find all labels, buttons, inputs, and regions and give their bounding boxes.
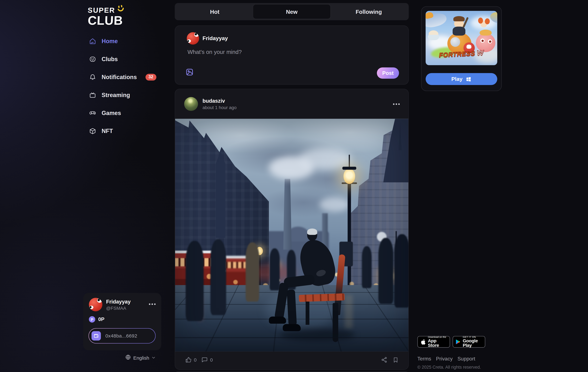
next-post-card-edge (175, 371, 409, 372)
sidebar-nav: Home Clubs Notifications 32 Streaming Ga… (83, 32, 161, 140)
post-author-avatar[interactable] (184, 97, 198, 111)
app-store-badge[interactable]: Download on the App Store (417, 336, 450, 348)
cube-icon (89, 128, 96, 134)
tv-icon (89, 92, 96, 99)
language-selector[interactable]: English (83, 354, 156, 361)
share-icon[interactable] (381, 357, 387, 364)
google-play-badge[interactable]: GET IT ON Google Play (453, 336, 485, 348)
home-icon (89, 38, 96, 45)
sidebar-item-nft[interactable]: NFT (83, 122, 161, 140)
play-label: Play (452, 76, 463, 82)
wallet-address: 0x48ba...6692 (105, 333, 137, 339)
language-label: English (133, 355, 149, 361)
profile-card: Fridayyay @FSMAA P 0P 0x48ba...6692 (83, 293, 161, 350)
bookmark-icon[interactable] (393, 357, 399, 364)
wallet-icon (92, 331, 101, 341)
profile-avatar[interactable] (89, 298, 102, 311)
p-coin-icon: P (89, 316, 95, 323)
sidebar-item-notifications[interactable]: Notifications 32 (83, 68, 161, 86)
tab-new[interactable]: New (253, 4, 330, 19)
comment-button[interactable]: 0 (201, 357, 213, 363)
badge-big-text: App Store (428, 339, 447, 348)
profile-more-icon[interactable] (152, 303, 153, 305)
store-badges: Download on the App Store GET IT ON Goog… (417, 336, 485, 348)
privacy-link[interactable]: Privacy (436, 356, 452, 362)
composer-avatar (187, 32, 199, 45)
chevron-down-icon (152, 355, 156, 361)
post-author-name[interactable]: budasziv (202, 98, 225, 104)
windows-icon (466, 76, 472, 82)
post-more-icon[interactable] (396, 103, 397, 105)
notification-count-badge: 32 (146, 74, 156, 81)
sidebar-item-label: Clubs (102, 56, 118, 62)
game-cover-art[interactable]: FORTRESS W (426, 11, 497, 65)
post-button[interactable]: Post (377, 67, 399, 79)
feed-tabbar: Hot New Following (175, 3, 409, 20)
logo-line2: CLUB (87, 14, 125, 27)
bell-icon (89, 74, 96, 81)
tab-hot[interactable]: Hot (176, 4, 253, 19)
comment-count: 0 (210, 357, 213, 363)
sidebar-item-label: Streaming (102, 92, 130, 99)
composer-input[interactable] (187, 48, 398, 55)
wallet-button[interactable]: 0x48ba...6692 (88, 328, 156, 344)
clubs-smiley-icon (89, 56, 96, 62)
post-timestamp: about 1 hour ago (202, 105, 236, 110)
sidebar-item-label: Games (102, 110, 121, 116)
composer-username: Fridayyay (202, 35, 228, 41)
sidebar-item-clubs[interactable]: Clubs (83, 50, 161, 68)
google-play-icon (455, 339, 461, 345)
main-feed: Hot New Following Fridayyay Post budaszi… (175, 0, 409, 372)
superclub-app: SUPER CLUB Home Clubs Notifications 32 S… (0, 0, 588, 372)
sidebar-item-home[interactable]: Home (83, 32, 161, 50)
copyright-text: © 2025 Creta. All rights reserved. (417, 365, 481, 369)
support-link[interactable]: Support (458, 356, 475, 362)
sidebar-item-streaming[interactable]: Streaming (83, 86, 161, 104)
feed-post: budasziv about 1 hour ago (175, 89, 409, 370)
legal-footer: Terms Privacy Support © 2025 Creta. All … (417, 356, 481, 369)
superclub-logo[interactable]: SUPER CLUB (88, 7, 125, 27)
badge-small-text: GET IT ON (463, 336, 483, 338)
sidebar-item-games[interactable]: Games (83, 104, 161, 122)
terms-link[interactable]: Terms (417, 356, 431, 362)
like-count: 0 (194, 357, 197, 363)
sidebar-item-label: Home (102, 38, 118, 45)
profile-handle: @FSMAA (106, 306, 131, 311)
points-value: 0P (98, 317, 105, 322)
sidebar: SUPER CLUB Home Clubs Notifications 32 S… (83, 0, 161, 372)
like-button[interactable]: 0 (185, 357, 197, 363)
sidebar-item-label: NFT (102, 128, 113, 134)
logo-line1: SUPER (88, 7, 115, 14)
post-header: budasziv about 1 hour ago (175, 89, 408, 119)
smiley-icon (116, 4, 125, 14)
right-column: FORTRESS W Play Download on the App Stor… (417, 0, 507, 372)
globe-icon (125, 354, 131, 361)
post-composer: Fridayyay Post (175, 25, 409, 85)
post-image-london-street (175, 119, 408, 351)
badge-small-text: Download on the (428, 336, 447, 338)
post-footer: 0 0 (175, 351, 408, 369)
game-promo-card: FORTRESS W Play (421, 6, 502, 91)
add-image-icon[interactable] (186, 68, 193, 77)
profile-name: Fridayyay (106, 299, 131, 304)
apple-icon (420, 338, 426, 345)
badge-big-text: Google Play (463, 339, 483, 348)
tab-following[interactable]: Following (330, 4, 407, 19)
points-row: P 0P (89, 316, 105, 323)
gamepad-icon (89, 110, 96, 116)
play-button[interactable]: Play (426, 73, 497, 85)
sidebar-item-label: Notifications (102, 74, 137, 81)
